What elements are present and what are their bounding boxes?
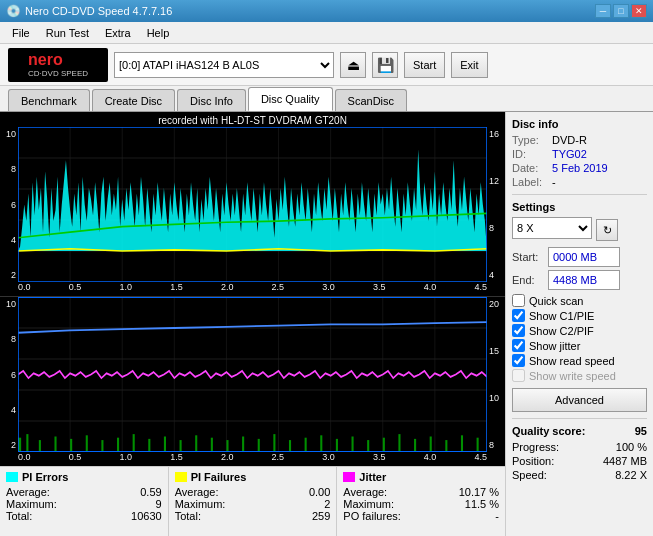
start-button[interactable]: Start [404, 52, 445, 78]
show-read-speed-checkbox[interactable] [512, 354, 525, 367]
quick-scan-checkbox[interactable] [512, 294, 525, 307]
svg-rect-51 [336, 439, 338, 452]
pi-failures-color [175, 472, 187, 482]
menu-help[interactable]: Help [139, 22, 178, 43]
show-c2pif-label[interactable]: Show C2/PIF [512, 324, 647, 337]
lower-y-right: 20 15 10 8 [487, 297, 505, 452]
svg-rect-44 [226, 440, 228, 452]
speed-selector[interactable]: 8 X [512, 217, 592, 239]
menu-bar: File Run Test Extra Help [0, 22, 653, 44]
eject-icon[interactable]: ⏏ [340, 52, 366, 78]
pi-failures-avg: 0.00 [290, 486, 330, 498]
lower-chart-svg [18, 297, 487, 452]
title-bar-controls: ─ □ ✕ [595, 4, 647, 18]
disc-type-value: DVD-R [552, 134, 587, 146]
svg-rect-50 [320, 435, 322, 452]
menu-run-test[interactable]: Run Test [38, 22, 97, 43]
speed-label: Speed: [512, 469, 547, 481]
po-failures-label: PO failures: [343, 510, 400, 522]
upper-x-axis: 0.0 0.5 1.0 1.5 2.0 2.5 3.0 3.5 4.0 4.5 [18, 282, 487, 296]
refresh-button[interactable]: ↻ [596, 219, 618, 241]
position-row: Position: 4487 MB [512, 455, 647, 467]
save-icon[interactable]: 💾 [372, 52, 398, 78]
svg-rect-54 [383, 438, 385, 452]
menu-extra[interactable]: Extra [97, 22, 139, 43]
close-button[interactable]: ✕ [631, 4, 647, 18]
disc-id-label: ID: [512, 148, 548, 160]
menu-file[interactable]: File [4, 22, 38, 43]
title-bar: 💿 Nero CD-DVD Speed 4.7.7.16 ─ □ ✕ [0, 0, 653, 22]
show-c2pif-checkbox[interactable] [512, 324, 525, 337]
quality-score-value: 95 [635, 425, 647, 437]
jitter-label: Jitter [359, 471, 386, 483]
disc-info-section: Disc info Type: DVD-R ID: TYG02 Date: 5 … [512, 118, 647, 188]
svg-rect-31 [26, 434, 28, 452]
end-input[interactable] [548, 270, 620, 290]
divider2 [512, 418, 647, 419]
svg-rect-32 [39, 440, 41, 452]
quick-scan-label[interactable]: Quick scan [512, 294, 647, 307]
disc-id-value: TYG02 [552, 148, 587, 160]
start-input[interactable] [548, 247, 620, 267]
quality-score-row: Quality score: 95 [512, 425, 647, 437]
svg-rect-33 [54, 437, 56, 453]
settings-title: Settings [512, 201, 647, 213]
svg-rect-58 [445, 440, 447, 452]
disc-date-label: Date: [512, 162, 548, 174]
pi-errors-label: PI Errors [22, 471, 68, 483]
show-c1pie-checkbox[interactable] [512, 309, 525, 322]
svg-rect-36 [101, 440, 103, 452]
svg-rect-49 [305, 438, 307, 452]
drive-selector[interactable]: [0:0] ATAPI iHAS124 B AL0S [114, 52, 334, 78]
divider1 [512, 194, 647, 195]
show-jitter-checkbox[interactable] [512, 339, 525, 352]
disc-label-row: Label: - [512, 176, 647, 188]
speed-row: Speed: 8.22 X [512, 469, 647, 481]
end-label: End: [512, 274, 544, 286]
settings-section: Settings 8 X ↻ Start: End: Quick scan [512, 201, 647, 412]
minimize-button[interactable]: ─ [595, 4, 611, 18]
progress-row: Progress: 100 % [512, 441, 647, 453]
position-label: Position: [512, 455, 554, 467]
show-read-speed-label[interactable]: Show read speed [512, 354, 647, 367]
lower-y-left: 10 8 6 4 2 [0, 297, 18, 452]
tab-disc-info[interactable]: Disc Info [177, 89, 246, 111]
pi-errors-color [6, 472, 18, 482]
nero-logo: nero CD·DVD SPEED [8, 48, 108, 82]
tab-benchmark[interactable]: Benchmark [8, 89, 90, 111]
chart-area: recorded with HL-DT-ST DVDRAM GT20N 10 8… [0, 112, 505, 536]
svg-rect-59 [461, 435, 463, 452]
advanced-button[interactable]: Advanced [512, 388, 647, 412]
upper-chart-svg [18, 127, 487, 282]
main-content: recorded with HL-DT-ST DVDRAM GT20N 10 8… [0, 112, 653, 536]
pi-failures-section: PI Failures Average:0.00 Maximum:2 Total… [169, 467, 338, 536]
pi-failures-max: 2 [290, 498, 330, 510]
show-write-speed-label: Show write speed [512, 369, 647, 382]
exit-button[interactable]: Exit [451, 52, 487, 78]
maximize-button[interactable]: □ [613, 4, 629, 18]
tab-create-disc[interactable]: Create Disc [92, 89, 175, 111]
tab-scan-disc[interactable]: ScanDisc [335, 89, 407, 111]
svg-rect-40 [164, 437, 166, 453]
svg-rect-48 [289, 440, 291, 452]
svg-rect-39 [148, 439, 150, 452]
pi-errors-total: 10630 [122, 510, 162, 522]
jitter-color [343, 472, 355, 482]
stats-bar: PI Errors Average:0.59 Maximum:9 Total:1… [0, 466, 505, 536]
po-failures-value: - [495, 510, 499, 522]
lower-x-axis: 0.0 0.5 1.0 1.5 2.0 2.5 3.0 3.5 4.0 4.5 [18, 452, 487, 466]
svg-rect-35 [86, 435, 88, 452]
show-jitter-label[interactable]: Show jitter [512, 339, 647, 352]
pi-failures-total: 259 [290, 510, 330, 522]
pi-errors-avg: 0.59 [122, 486, 162, 498]
tab-disc-quality[interactable]: Disc Quality [248, 87, 333, 111]
svg-rect-43 [211, 438, 213, 452]
chart-title: recorded with HL-DT-ST DVDRAM GT20N [0, 112, 505, 127]
quality-score-label: Quality score: [512, 425, 585, 437]
svg-rect-42 [195, 435, 197, 452]
svg-rect-57 [430, 437, 432, 453]
disc-type-label: Type: [512, 134, 548, 146]
jitter-section: Jitter Average:10.17 % Maximum:11.5 % PO… [337, 467, 505, 536]
show-c1pie-label[interactable]: Show C1/PIE [512, 309, 647, 322]
title-bar-left: 💿 Nero CD-DVD Speed 4.7.7.16 [6, 4, 172, 18]
